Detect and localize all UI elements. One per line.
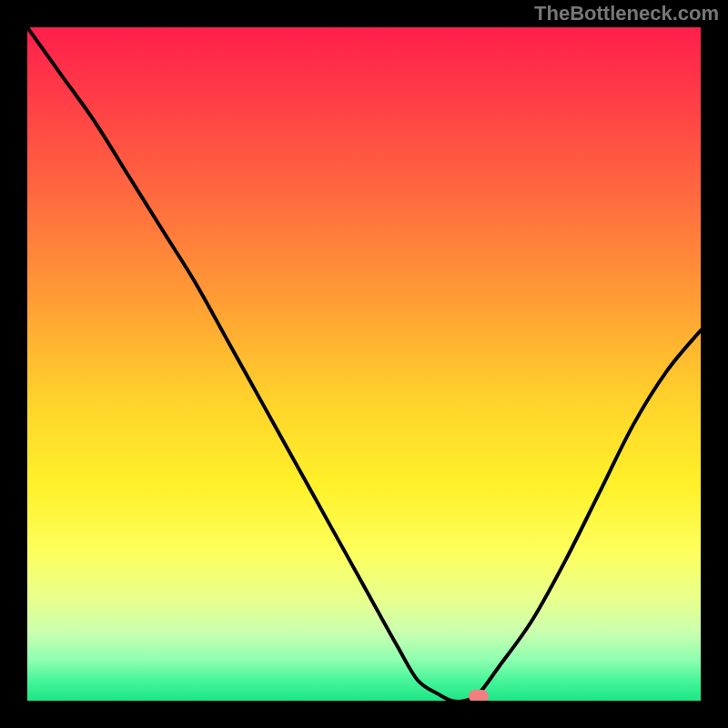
gradient-background: [27, 27, 701, 701]
watermark-text: TheBottleneck.com: [534, 2, 719, 25]
svg-rect-0: [27, 27, 701, 701]
optimal-marker: [469, 690, 489, 701]
chart-frame: TheBottleneck.com: [0, 0, 728, 728]
plot-area: [27, 27, 701, 701]
